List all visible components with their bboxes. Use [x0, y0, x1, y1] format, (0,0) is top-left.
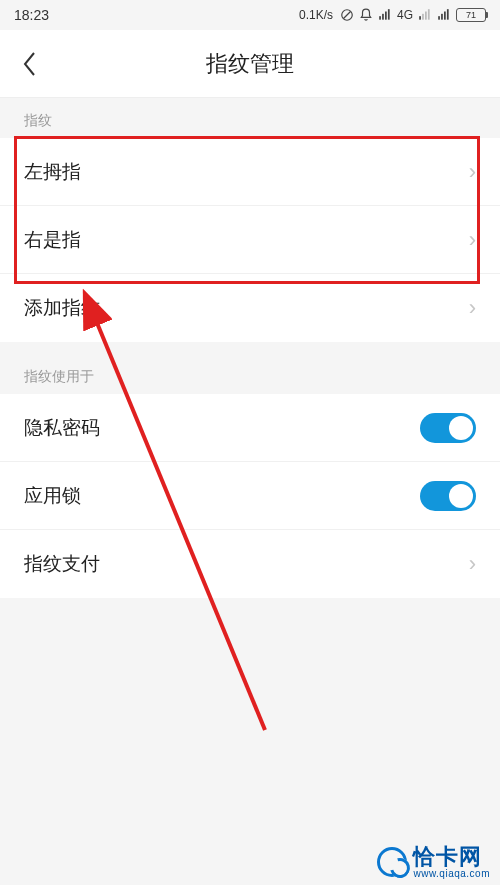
svg-rect-5	[388, 9, 390, 20]
signal-icon-3	[437, 8, 451, 22]
usage-list: 隐私密码 应用锁 指纹支付 ›	[0, 394, 500, 598]
app-lock-row: 应用锁	[0, 462, 500, 530]
svg-rect-6	[419, 16, 421, 20]
row-label: 应用锁	[24, 483, 81, 509]
fingerprint-item-right-finger[interactable]: 右是指 ›	[0, 206, 500, 274]
status-time: 18:23	[14, 7, 49, 23]
section-label-usage: 指纹使用于	[0, 354, 500, 394]
privacy-password-toggle[interactable]	[420, 413, 476, 443]
svg-rect-8	[425, 12, 427, 20]
svg-rect-3	[382, 14, 384, 20]
section-label-fingerprints: 指纹	[0, 98, 500, 138]
svg-rect-10	[438, 16, 440, 20]
svg-rect-2	[379, 16, 381, 20]
signal-icon	[378, 8, 392, 22]
watermark-name: 恰卡网	[413, 845, 490, 868]
page-header: 指纹管理	[0, 30, 500, 98]
battery-indicator: 71	[456, 8, 486, 22]
network-speed: 0.1K/s	[299, 8, 333, 22]
chevron-right-icon: ›	[469, 229, 476, 251]
svg-rect-9	[428, 9, 430, 20]
page-title: 指纹管理	[0, 49, 500, 79]
privacy-password-row: 隐私密码	[0, 394, 500, 462]
status-indicators: 0.1K/s 4G 71	[299, 8, 486, 22]
dnd-icon	[340, 8, 354, 22]
bell-icon	[359, 8, 373, 22]
fingerprint-item-left-thumb[interactable]: 左拇指 ›	[0, 138, 500, 206]
fingerprint-list: 左拇指 › 右是指 › 添加指纹 ›	[0, 138, 500, 342]
chevron-right-icon: ›	[469, 297, 476, 319]
add-fingerprint-button[interactable]: 添加指纹 ›	[0, 274, 500, 342]
svg-rect-12	[444, 12, 446, 20]
back-button[interactable]	[0, 30, 60, 97]
row-label: 添加指纹	[24, 295, 100, 321]
row-label: 右是指	[24, 227, 81, 253]
row-label: 隐私密码	[24, 415, 100, 441]
svg-rect-13	[447, 9, 449, 20]
svg-rect-11	[441, 14, 443, 20]
fingerprint-payment-row[interactable]: 指纹支付 ›	[0, 530, 500, 598]
app-lock-toggle[interactable]	[420, 481, 476, 511]
battery-pct: 71	[466, 10, 476, 20]
chevron-right-icon: ›	[469, 553, 476, 575]
svg-rect-7	[422, 14, 424, 20]
chevron-right-icon: ›	[469, 161, 476, 183]
watermark: 恰卡网 www.qiaqa.com	[377, 845, 490, 879]
svg-line-1	[343, 12, 350, 19]
watermark-url: www.qiaqa.com	[413, 869, 490, 880]
status-bar: 18:23 0.1K/s 4G 71	[0, 0, 500, 30]
row-label: 左拇指	[24, 159, 81, 185]
network-type: 4G	[397, 8, 413, 22]
svg-rect-4	[385, 12, 387, 20]
signal-icon-2	[418, 8, 432, 22]
watermark-logo-icon	[377, 847, 407, 877]
row-label: 指纹支付	[24, 551, 100, 577]
